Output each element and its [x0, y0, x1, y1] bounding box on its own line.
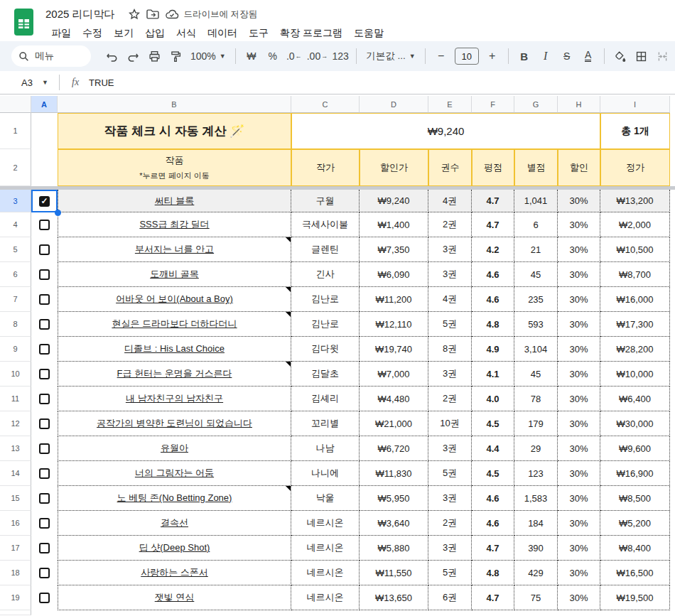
cell-B2-title-header[interactable]: 작품 *누르면 페이지 이동: [58, 149, 291, 186]
row-header-17[interactable]: 17: [0, 536, 31, 561]
cell-A16[interactable]: [31, 511, 58, 536]
cell-rating-8[interactable]: 4.8: [472, 312, 514, 337]
cell-star-count-18[interactable]: 429: [514, 561, 558, 585]
increase-decimal-button[interactable]: .00: [305, 45, 330, 67]
cell-discount-7[interactable]: 30%: [558, 287, 600, 312]
cell-sale-price-16[interactable]: ₩3,640: [360, 511, 428, 536]
cell-B1-calc-label[interactable]: 작품 체크 시 자동 계산 🪄: [58, 113, 291, 149]
cell-author-8[interactable]: 김난로: [291, 312, 360, 337]
cell-star-count-4[interactable]: 6: [514, 212, 558, 237]
cell-rating-9[interactable]: 4.9: [472, 337, 514, 362]
cell-A7[interactable]: [31, 287, 58, 312]
cell-volumes-12[interactable]: 10권: [428, 411, 472, 436]
cell-sale-price-10[interactable]: ₩7,000: [360, 362, 428, 387]
cell-volumes-4[interactable]: 2권: [428, 212, 472, 237]
column-header-A[interactable]: A: [31, 96, 58, 113]
cell-A9[interactable]: [31, 337, 58, 362]
book-title-link[interactable]: 결속선: [161, 517, 188, 529]
row-header-5[interactable]: 5: [0, 237, 31, 262]
cell-volumes-9[interactable]: 8권: [428, 337, 472, 362]
cell-A15[interactable]: [31, 486, 58, 511]
cell-volumes-3[interactable]: 4권: [428, 190, 472, 212]
cell-rating-11[interactable]: 4.0: [472, 387, 514, 411]
column-header-H[interactable]: H: [558, 96, 600, 113]
cell-title-17[interactable]: 딥 샷(Deep Shot): [58, 536, 291, 561]
select-all-corner[interactable]: [0, 96, 31, 113]
cell-discount-5[interactable]: 30%: [558, 237, 600, 262]
cell-list-price-6[interactable]: ₩8,700: [600, 262, 670, 287]
text-color-button[interactable]: A: [578, 45, 599, 67]
cell-sale-price-12[interactable]: ₩21,000: [360, 411, 428, 436]
column-header-E[interactable]: E: [428, 96, 472, 113]
cell-A2[interactable]: [31, 149, 58, 186]
cell-list-price-14[interactable]: ₩16,900: [600, 461, 670, 486]
cell-star-count-19[interactable]: 75: [514, 585, 558, 610]
menu-item-1[interactable]: 수정: [77, 25, 108, 42]
cell-sale-price-6[interactable]: ₩6,090: [360, 262, 428, 287]
cell-star-count-7[interactable]: 235: [514, 287, 558, 312]
cell-A11[interactable]: [31, 387, 58, 411]
cell-I1-total-count[interactable]: 총 1개: [600, 113, 670, 149]
cell-star-count-9[interactable]: 3,104: [514, 337, 558, 362]
cell-A3[interactable]: [31, 190, 58, 212]
menu-item-2[interactable]: 보기: [108, 25, 139, 42]
cell-sale-price-4[interactable]: ₩1,400: [360, 212, 428, 237]
borders-button[interactable]: [631, 45, 652, 67]
cell-title-7[interactable]: 어바웃 어 보이(About a Boy): [58, 287, 291, 312]
cell-A6[interactable]: [31, 262, 58, 287]
cell-list-price-17[interactable]: ₩8,400: [600, 536, 670, 561]
cell-title-18[interactable]: 사랑하는 스폰서: [58, 561, 291, 585]
checkbox-unchecked[interactable]: [39, 344, 50, 355]
cell-discount-11[interactable]: 30%: [558, 387, 600, 411]
cell-list-price-12[interactable]: ₩30,000: [600, 411, 670, 436]
checkbox-unchecked[interactable]: [39, 493, 50, 504]
cell-author-17[interactable]: 네르시온: [291, 536, 360, 561]
cell-discount-16[interactable]: 30%: [558, 511, 600, 536]
book-title-link[interactable]: 공작가의 병약한 도련님이 되었습니다: [97, 417, 252, 430]
cell-A10[interactable]: [31, 362, 58, 387]
row-header-15[interactable]: 15: [0, 486, 31, 511]
book-title-link[interactable]: 딥 샷(Deep Shot): [139, 541, 210, 554]
name-box[interactable]: A3 ▼: [0, 77, 54, 88]
cell-author-9[interactable]: 김다윗: [291, 337, 360, 362]
cell-list-price-3[interactable]: ₩13,200: [600, 190, 670, 212]
cell-title-8[interactable]: 현실은 드라마보다 더하다더니: [58, 312, 291, 337]
row-header-10[interactable]: 10: [0, 362, 31, 387]
cell-author-3[interactable]: 구월: [291, 190, 360, 212]
cell-discount-15[interactable]: 30%: [558, 486, 600, 511]
cell-A19[interactable]: [31, 585, 58, 610]
cell-A12[interactable]: [31, 411, 58, 436]
decrease-decimal-button[interactable]: .0: [284, 45, 305, 67]
cell-volumes-17[interactable]: 3권: [428, 536, 472, 561]
checkbox-unchecked[interactable]: [39, 593, 50, 603]
cell-author-13[interactable]: 나남: [291, 436, 360, 461]
cell-discount-10[interactable]: 30%: [558, 362, 600, 387]
row-header-20[interactable]: [0, 610, 31, 615]
selection-fill-handle[interactable]: [55, 210, 61, 216]
cell-sale-price-17[interactable]: ₩5,880: [360, 536, 428, 561]
cell-title-11[interactable]: 내 남자친구의 남자친구: [58, 387, 291, 411]
checkbox-unchecked[interactable]: [39, 244, 50, 255]
cell-title-9[interactable]: 디졸브 : His Last Choice: [58, 337, 291, 362]
cell-author-16[interactable]: 네르시온: [291, 511, 360, 536]
row-header-18[interactable]: 18: [0, 561, 31, 585]
book-title-link[interactable]: 내 남자친구의 남자친구: [126, 392, 223, 405]
fill-color-button[interactable]: [610, 45, 631, 67]
cell-title-13[interactable]: 유월아: [58, 436, 291, 461]
cell-title-14[interactable]: 너의 그림자는 어둠: [58, 461, 291, 486]
book-title-link[interactable]: 유월아: [161, 442, 188, 455]
cell-star-count-15[interactable]: 1,583: [514, 486, 558, 511]
checkbox-unchecked[interactable]: [39, 418, 50, 429]
cell-star-count-10[interactable]: 45: [514, 362, 558, 387]
cell-discount-17[interactable]: 30%: [558, 536, 600, 561]
cell-rating-7[interactable]: 4.6: [472, 287, 514, 312]
row-header-1[interactable]: 1: [0, 113, 31, 149]
cell-author-19[interactable]: 네르시온: [291, 585, 360, 610]
cell-rating-15[interactable]: 4.6: [472, 486, 514, 511]
cell-volumes-13[interactable]: 3권: [428, 436, 472, 461]
cell-list-price-8[interactable]: ₩17,300: [600, 312, 670, 337]
cell-author-7[interactable]: 김난로: [291, 287, 360, 312]
cell-star-count-8[interactable]: 593: [514, 312, 558, 337]
cell-A13[interactable]: [31, 436, 58, 461]
checkbox-unchecked[interactable]: [39, 220, 50, 230]
